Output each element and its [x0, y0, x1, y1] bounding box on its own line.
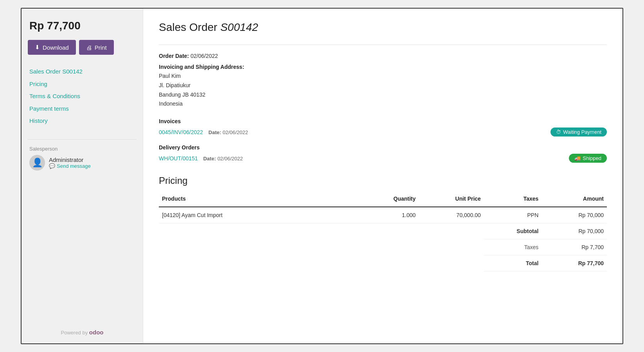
salesperson-info: 👤 Administrator 💬 Send message — [29, 155, 135, 171]
product-taxes: PPN — [484, 207, 541, 223]
summary-taxes-row: Taxes Rp 7,700 — [159, 239, 607, 255]
taxes-label: Taxes — [484, 239, 541, 255]
clock-icon: ⏱ — [556, 129, 561, 135]
col-header-quantity: Quantity — [360, 192, 419, 207]
col-header-amount: Amount — [541, 192, 607, 207]
invoices-title: Invoices — [159, 118, 607, 124]
delivery-details: WH/OUT/00151 Date: 02/06/2022 — [159, 155, 243, 162]
powered-by: Powered by odoo — [28, 317, 137, 336]
download-icon: ⬇ — [35, 44, 40, 51]
sidebar-item-payment[interactable]: Payment terms — [29, 104, 135, 114]
total-value: Rp 77,700 — [541, 255, 607, 271]
title-divider — [159, 45, 607, 45]
col-header-products: Products — [159, 192, 360, 207]
page-title: Sales Order S00142 — [159, 21, 607, 34]
subtotal-label: Subtotal — [484, 223, 541, 239]
invoice-date-label: Date: 02/06/2022 — [209, 129, 248, 135]
pricing-section: Pricing Products Quantity Unit Price Tax… — [159, 175, 607, 271]
shipped-badge: 🚚 Shipped — [569, 154, 607, 163]
invoice-details: 0045/INV/06/2022 Date: 02/06/2022 — [159, 129, 248, 135]
salesperson-name: Administrator — [49, 156, 91, 163]
col-header-taxes: Taxes — [484, 192, 541, 207]
delivery-section: Delivery Orders WH/OUT/00151 Date: 02/06… — [159, 144, 607, 163]
address-street: Jl. Dipatiukur — [159, 81, 607, 90]
waiting-payment-badge: ⏱ Waiting Payment — [550, 128, 607, 136]
col-header-unit-price: Unit Price — [419, 192, 484, 207]
pricing-title: Pricing — [159, 175, 607, 186]
delivery-title: Delivery Orders — [159, 144, 607, 151]
delivery-date-label: Date: 02/06/2022 — [203, 156, 243, 162]
avatar-icon: 👤 — [32, 158, 43, 168]
salesperson-section: Salesperson 👤 Administrator 💬 Send messa… — [28, 146, 137, 171]
send-message-link[interactable]: 💬 Send message — [49, 163, 91, 169]
sidebar-navigation: Sales Order S00142 Pricing Terms & Condi… — [28, 63, 137, 130]
product-quantity: 1.000 — [360, 207, 419, 223]
print-icon: 🖨 — [86, 44, 92, 51]
table-row: [04120] Ayam Cut Import 1.000 70,000.00 … — [159, 207, 607, 223]
sidebar-item-terms[interactable]: Terms & Conditions — [29, 91, 135, 101]
taxes-value: Rp 7,700 — [541, 239, 607, 255]
download-button[interactable]: ⬇ Download — [28, 40, 76, 55]
table-header-row: Products Quantity Unit Price Taxes Amoun… — [159, 192, 607, 207]
order-date: 02/06/2022 — [191, 53, 218, 59]
address-name: Paul Kim — [159, 72, 607, 81]
order-date-row: Order Date: 02/06/2022 — [159, 53, 607, 59]
sidebar-item-history[interactable]: History — [29, 116, 135, 126]
product-unit-price: 70,000.00 — [419, 207, 484, 223]
product-name: [04120] Ayam Cut Import — [159, 207, 360, 223]
address-country: Indonesia — [159, 99, 607, 109]
total-amount: Rp 77,700 — [28, 16, 137, 34]
address-city: Bandung JB 40132 — [159, 90, 607, 100]
avatar: 👤 — [29, 155, 45, 171]
order-date-label: Order Date: — [159, 53, 189, 59]
salesperson-details: Administrator 💬 Send message — [49, 156, 91, 169]
salesperson-label: Salesperson — [29, 146, 135, 152]
action-buttons: ⬇ Download 🖨 Print — [28, 40, 137, 55]
address-block: Invoicing and Shipping Address: Paul Kim… — [159, 64, 607, 109]
delivery-row: WH/OUT/00151 Date: 02/06/2022 🚚 Shipped — [159, 154, 607, 163]
sidebar-item-pricing[interactable]: Pricing — [29, 79, 135, 89]
total-label: Total — [484, 255, 541, 271]
truck-icon: 🚚 — [574, 155, 581, 161]
subtotal-value: Rp 70,000 — [541, 223, 607, 239]
invoice-row: 0045/INV/06/2022 Date: 02/06/2022 ⏱ Wait… — [159, 128, 607, 136]
main-content: Sales Order S00142 Order Date: 02/06/202… — [143, 9, 622, 343]
summary-total-row: Total Rp 77,700 — [159, 255, 607, 271]
page-container: Rp 77,700 ⬇ Download 🖨 Print Sales Order… — [21, 8, 623, 344]
product-amount: Rp 70,000 — [541, 207, 607, 223]
invoicing-label: Invoicing and Shipping Address: — [159, 64, 607, 70]
odoo-logo: odoo — [89, 329, 104, 336]
sidebar: Rp 77,700 ⬇ Download 🖨 Print Sales Order… — [22, 9, 143, 343]
sidebar-divider — [28, 139, 137, 140]
invoice-number-link[interactable]: 0045/INV/06/2022 — [159, 129, 203, 135]
chat-icon: 💬 — [49, 163, 55, 169]
print-button[interactable]: 🖨 Print — [79, 40, 114, 55]
invoices-section: Invoices 0045/INV/06/2022 Date: 02/06/20… — [159, 118, 607, 136]
delivery-number-link[interactable]: WH/OUT/00151 — [159, 155, 198, 162]
sidebar-item-sales-order[interactable]: Sales Order S00142 — [29, 66, 135, 77]
pricing-table: Products Quantity Unit Price Taxes Amoun… — [159, 192, 607, 271]
summary-subtotal-row: Subtotal Rp 70,000 — [159, 223, 607, 239]
